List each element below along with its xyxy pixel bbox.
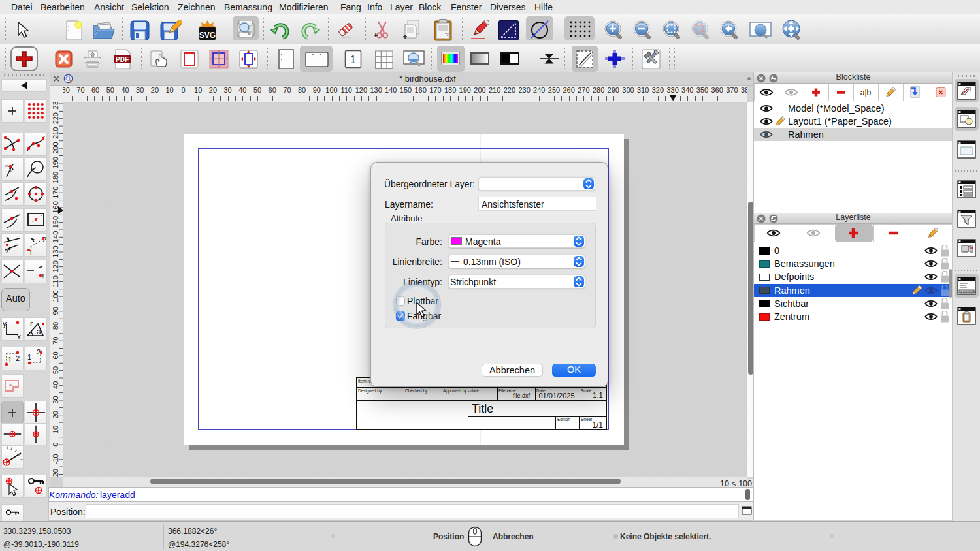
- svg-text:180: 180: [52, 172, 59, 183]
- svg-text:-20: -20: [52, 469, 59, 477]
- svg-text:130: 130: [52, 245, 59, 257]
- svg-text:y: y: [3, 319, 7, 328]
- svg-text:60: 60: [52, 351, 59, 359]
- svg-text:100: 100: [52, 290, 59, 302]
- svg-text:150: 150: [52, 216, 59, 228]
- svg-text:a|b: a|b: [860, 88, 872, 97]
- svg-text:200: 200: [52, 142, 59, 153]
- svg-text:10: 10: [52, 426, 59, 433]
- svg-text:90: 90: [52, 307, 59, 315]
- svg-text:30: 30: [52, 396, 59, 403]
- svg-text:1: 1: [350, 54, 356, 65]
- svg-text:220: 220: [52, 112, 59, 124]
- svg-text:190: 190: [52, 157, 59, 168]
- svg-text:210: 210: [52, 127, 59, 139]
- svg-text:2: 2: [16, 354, 20, 362]
- svg-text:120: 120: [52, 260, 59, 272]
- svg-text:SVG: SVG: [199, 31, 216, 40]
- svg-text:230: 230: [52, 102, 59, 110]
- svg-text:r: r: [30, 319, 33, 328]
- svg-text:!: !: [42, 272, 44, 281]
- svg-text:50: 50: [52, 366, 59, 374]
- svg-text:2: 2: [42, 236, 46, 244]
- svg-text:70: 70: [52, 337, 59, 345]
- svg-text:140: 140: [52, 231, 59, 243]
- svg-text:a: a: [37, 327, 41, 336]
- svg-text:20: 20: [52, 411, 59, 418]
- svg-text:80: 80: [52, 322, 59, 330]
- svg-text:x: x: [17, 332, 21, 341]
- svg-text:110: 110: [52, 276, 59, 287]
- svg-text:-10: -10: [52, 454, 59, 464]
- svg-text:1: 1: [29, 249, 33, 257]
- svg-text:40: 40: [52, 381, 59, 389]
- svg-text:c command: c command: [960, 291, 976, 294]
- svg-text:1: 1: [27, 353, 31, 361]
- svg-text:PDF: PDF: [116, 56, 129, 63]
- svg-text:1: 1: [8, 356, 12, 364]
- svg-text:170: 170: [52, 187, 59, 198]
- svg-text:0: 0: [52, 443, 59, 447]
